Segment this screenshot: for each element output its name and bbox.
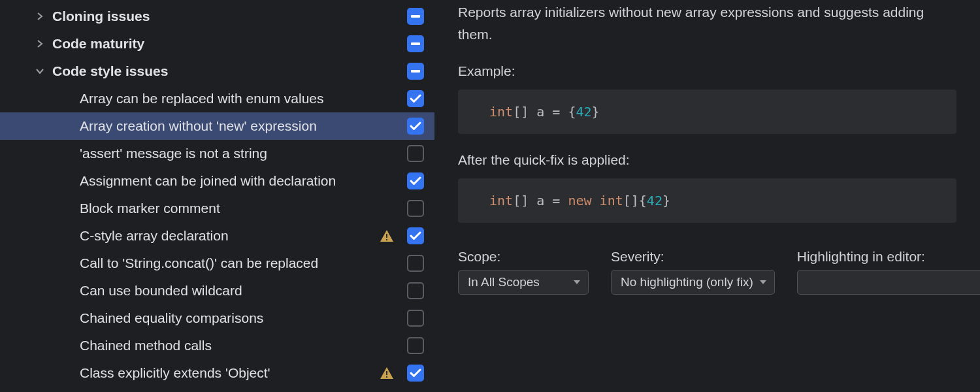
code-example-before: int[] a = {42}	[458, 90, 956, 134]
inspection-controls: Scope: In All Scopes Severity: No highli…	[458, 249, 956, 295]
dropdown-caret-icon	[759, 280, 768, 284]
svg-rect-0	[411, 15, 420, 18]
inspection-description: Reports array initializers without new a…	[458, 1, 956, 45]
tree-leaf-label: Block marker comment	[80, 201, 403, 216]
checkbox-unchecked[interactable]	[407, 145, 424, 162]
tree-leaf[interactable]: Array creation without 'new' expression	[0, 112, 434, 140]
scope-combobox[interactable]: In All Scopes	[458, 270, 589, 295]
checkbox-checked[interactable]	[407, 227, 424, 244]
tree-leaf[interactable]: Can use bounded wildcard	[0, 277, 434, 304]
tree-leaf-label: Can use bounded wildcard	[80, 283, 403, 299]
svg-rect-4	[386, 239, 387, 240]
tree-leaf-label: C-style array declaration	[80, 228, 380, 244]
svg-rect-5	[386, 371, 387, 375]
tree-leaf[interactable]: Array can be replaced with enum values	[0, 85, 434, 112]
svg-rect-6	[386, 376, 387, 378]
checkbox-unchecked[interactable]	[407, 310, 424, 327]
highlight-label: Highlighting in editor:	[797, 249, 980, 265]
tree-category-code-maturity[interactable]: Code maturity	[0, 30, 434, 57]
chevron-right-icon	[33, 9, 47, 24]
checkbox-unchecked[interactable]	[407, 337, 424, 354]
severity-combobox[interactable]: No highlighting (only fix)	[611, 270, 775, 295]
checkbox-checked[interactable]	[407, 365, 424, 382]
checkbox-indeterminate[interactable]	[407, 63, 424, 80]
tree-leaf-label: Chained method calls	[80, 338, 403, 353]
checkbox-unchecked[interactable]	[407, 255, 424, 272]
inspection-tree: Cloning issues Code maturity Code style …	[0, 0, 434, 392]
checkbox-indeterminate[interactable]	[407, 8, 424, 25]
after-label: After the quick-fix is applied:	[458, 152, 956, 168]
tree-leaf-label: Assignment can be joined with declaratio…	[80, 173, 403, 189]
tree-leaf[interactable]: 'assert' message is not a string	[0, 140, 434, 167]
tree-leaf[interactable]: Chained equality comparisons	[0, 304, 434, 332]
tree-leaf-label: Call to 'String.concat()' can be replace…	[80, 255, 403, 271]
tree-category-label: Code style issues	[52, 63, 403, 79]
scope-label: Scope:	[458, 249, 589, 265]
tree-category-cloning-issues[interactable]: Cloning issues	[0, 3, 434, 30]
tree-leaf[interactable]: Call to 'String.concat()' can be replace…	[0, 250, 434, 277]
tree-leaf[interactable]: Block marker comment	[0, 195, 434, 222]
checkbox-checked[interactable]	[407, 90, 424, 107]
tree-category-code-style-issues[interactable]: Code style issues	[0, 57, 434, 85]
tree-leaf[interactable]: Chained method calls	[0, 332, 434, 359]
tree-leaf-label: Array creation without 'new' expression	[80, 118, 403, 134]
svg-rect-3	[386, 234, 387, 238]
tree-leaf-label: Class explicitly extends 'Object'	[80, 365, 380, 381]
tree-leaf[interactable]: Class explicitly extends 'Object'	[0, 359, 434, 387]
tree-category-label: Cloning issues	[52, 8, 403, 24]
code-example-after: int[] a = new int[]{42}	[458, 178, 956, 223]
checkbox-indeterminate[interactable]	[407, 35, 424, 52]
tree-leaf[interactable]: Assignment can be joined with declaratio…	[0, 167, 434, 195]
severity-label: Severity:	[611, 249, 775, 265]
tree-category-label: Code maturity	[52, 36, 403, 52]
checkbox-unchecked[interactable]	[407, 282, 424, 299]
dropdown-caret-icon	[572, 280, 581, 284]
tree-leaf-label: Chained equality comparisons	[80, 310, 403, 326]
chevron-down-icon	[33, 64, 47, 78]
checkbox-checked[interactable]	[407, 118, 424, 135]
checkbox-checked[interactable]	[407, 172, 424, 189]
chevron-right-icon	[33, 37, 47, 51]
tree-leaf-label: Array can be replaced with enum values	[80, 91, 403, 106]
tree-leaf-label: 'assert' message is not a string	[80, 146, 403, 161]
svg-rect-2	[411, 70, 420, 73]
warning-icon	[380, 229, 394, 243]
svg-rect-1	[411, 42, 420, 45]
warning-icon	[380, 366, 394, 380]
tree-leaf[interactable]: C-style array declaration	[0, 222, 434, 250]
inspection-detail: Reports array initializers without new a…	[434, 0, 980, 392]
checkbox-unchecked[interactable]	[407, 200, 424, 217]
highlight-combobox[interactable]	[797, 270, 980, 295]
example-label: Example:	[458, 63, 956, 79]
